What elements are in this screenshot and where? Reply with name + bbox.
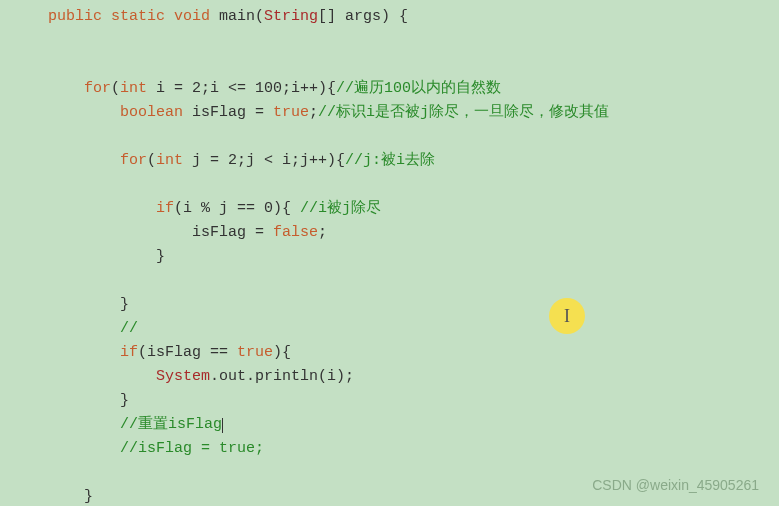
watermark: CSDN @weixin_45905261	[592, 474, 759, 496]
comment: //	[120, 320, 138, 337]
keyword: for	[84, 80, 111, 97]
brace: }	[84, 488, 93, 505]
comment: //j:被i去除	[345, 152, 435, 169]
brace: }	[120, 296, 129, 313]
keyword: true	[273, 104, 309, 121]
code-text: (isFlag ==	[138, 344, 237, 361]
keyword: void	[174, 8, 210, 25]
keyword: for	[120, 152, 147, 169]
code-text: ){	[273, 344, 291, 361]
code-text: isFlag =	[183, 104, 273, 121]
keyword: true	[237, 344, 273, 361]
class-name: System	[156, 368, 210, 385]
keyword: if	[156, 200, 174, 217]
code-block: public static void main(String[] args) {…	[0, 5, 779, 506]
keyword: static	[111, 8, 165, 25]
comment: //遍历100以内的自然数	[336, 80, 501, 97]
code-text: isFlag =	[192, 224, 273, 241]
brace: }	[120, 392, 129, 409]
comment: //标识i是否被j除尽，一旦除尽，修改其值	[318, 104, 609, 121]
comment: //重置isFlag	[120, 416, 222, 433]
code-text: j = 2;j < i;j++){	[183, 152, 345, 169]
keyword: int	[120, 80, 147, 97]
code-text: i = 2;i <= 100;i++){	[147, 80, 336, 97]
brace: }	[156, 248, 165, 265]
code-text: main(	[210, 8, 264, 25]
class-name: String	[264, 8, 318, 25]
keyword: int	[156, 152, 183, 169]
code-text: .out.println(i);	[210, 368, 354, 385]
text-cursor-icon: I	[564, 302, 570, 331]
text-caret	[222, 418, 223, 433]
comment: //i被j除尽	[300, 200, 381, 217]
cursor-highlight: I	[549, 298, 585, 334]
code-text: (i % j == 0){	[174, 200, 300, 217]
keyword: public	[48, 8, 102, 25]
keyword: if	[120, 344, 138, 361]
code-text: [] args) {	[318, 8, 408, 25]
keyword: false	[273, 224, 318, 241]
keyword: boolean	[120, 104, 183, 121]
comment: //isFlag = true;	[120, 440, 264, 457]
